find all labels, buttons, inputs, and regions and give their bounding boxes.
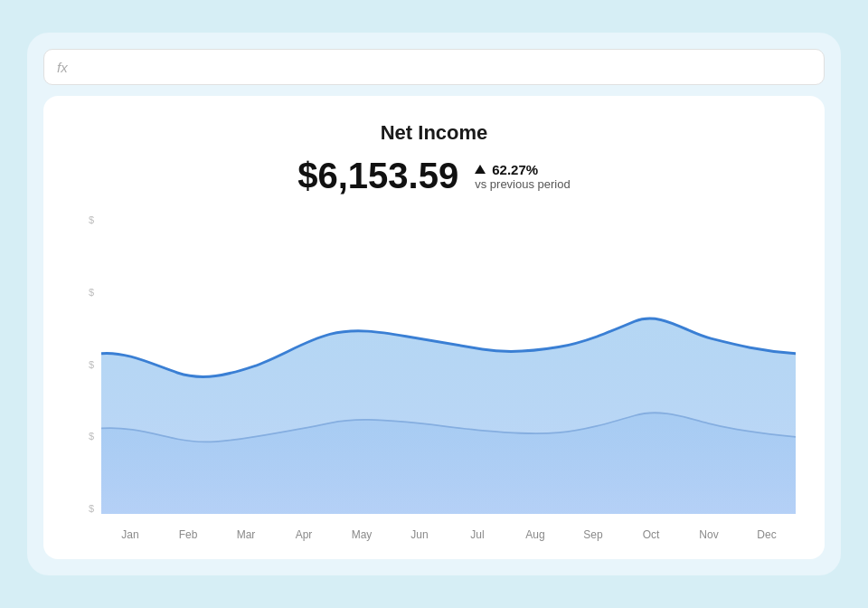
- x-label-may: May: [333, 528, 391, 541]
- x-label-aug: Aug: [506, 528, 564, 541]
- x-label-mar: Mar: [217, 528, 275, 541]
- formula-icon: fx: [57, 60, 68, 75]
- arrow-up-icon: [475, 165, 486, 174]
- y-axis: $ $ $ $ $: [72, 214, 98, 514]
- x-axis: Jan Feb Mar Apr May Jun Jul Aug Sep Oct …: [101, 516, 796, 541]
- x-label-jul: Jul: [448, 528, 506, 541]
- x-label-jun: Jun: [391, 528, 448, 541]
- y-label-1: $: [89, 214, 94, 225]
- formula-bar[interactable]: fx: [43, 49, 825, 85]
- summary-row: $6,153.59 62.27% vs previous period: [72, 156, 796, 196]
- main-value: $6,153.59: [297, 156, 458, 196]
- y-label-2: $: [89, 287, 94, 298]
- y-label-5: $: [89, 503, 94, 514]
- main-card: Net Income $6,153.59 62.27% vs previous …: [43, 96, 825, 559]
- x-label-sep: Sep: [564, 528, 622, 541]
- change-label: vs previous period: [475, 177, 571, 191]
- y-label-4: $: [89, 431, 94, 442]
- x-label-jan: Jan: [101, 528, 159, 541]
- chart-svg-container: [101, 214, 796, 514]
- outer-card: fx Net Income $6,153.59 62.27% vs previo…: [27, 33, 841, 575]
- x-label-oct: Oct: [622, 528, 680, 541]
- change-pct: 62.27%: [475, 162, 538, 177]
- x-label-nov: Nov: [680, 528, 738, 541]
- area-chart: [101, 214, 796, 514]
- upper-area: [101, 318, 796, 514]
- chart-area: $ $ $ $ $: [72, 214, 796, 541]
- y-label-3: $: [89, 359, 94, 370]
- x-label-apr: Apr: [275, 528, 333, 541]
- x-label-feb: Feb: [159, 528, 217, 541]
- change-block: 62.27% vs previous period: [475, 162, 571, 191]
- x-label-dec: Dec: [738, 528, 796, 541]
- card-title: Net Income: [72, 121, 796, 145]
